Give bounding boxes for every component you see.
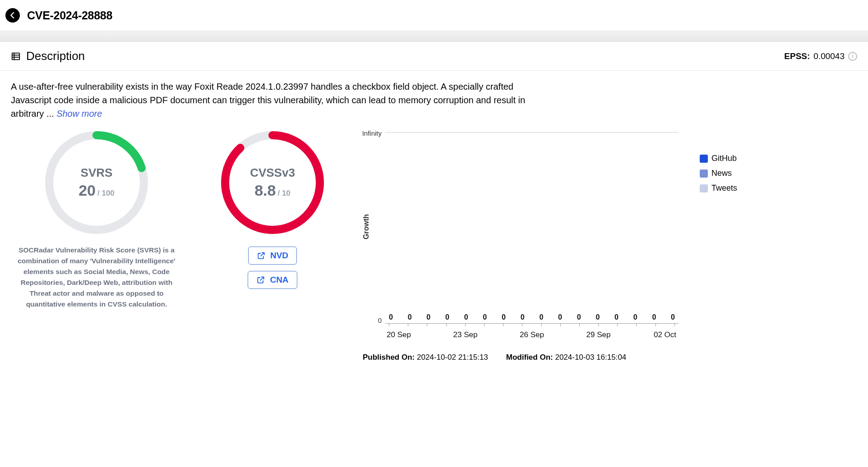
legend-item[interactable]: GitHub (700, 154, 737, 163)
bar-value-label: 0 (614, 313, 619, 321)
svrs-block: SVRS 20 / 100 SOCRadar Vulnerability Ris… (11, 128, 182, 310)
svrs-caption: SOCRadar Vulnerability Risk Score (SVRS)… (15, 245, 178, 310)
chart-legend: GitHubNewsTweets (700, 154, 737, 193)
x-axis-labels: 20 Sep23 Sep26 Sep29 Sep02 Oct (385, 328, 679, 339)
zero-bar-labels: 0000000000000000 (385, 313, 679, 321)
bar-value-label: 0 (652, 313, 656, 321)
legend-label: GitHub (711, 154, 737, 163)
bar-value-label: 0 (502, 313, 506, 321)
show-more-link[interactable]: Show more (56, 109, 102, 119)
growth-chart: Infinity 0 Growth 0000000000000000 20 Se… (363, 128, 679, 339)
legend-item[interactable]: Tweets (700, 183, 737, 193)
svrs-label: SVRS (81, 166, 113, 180)
bar-value-label: 0 (389, 313, 393, 321)
bar-value-label: 0 (408, 313, 412, 321)
info-icon[interactable]: i (848, 52, 857, 61)
legend-swatch (700, 155, 708, 163)
metrics-row: SVRS 20 / 100 SOCRadar Vulnerability Ris… (0, 124, 868, 362)
description-header: Description EPSS: 0.00043 i (0, 42, 868, 71)
cna-label: CNA (270, 275, 288, 285)
nvd-link[interactable]: NVD (248, 247, 297, 265)
bar-value-label: 0 (633, 313, 637, 321)
x-tick-label: 02 Oct (651, 330, 679, 339)
bar-value-label: 0 (426, 313, 430, 321)
bar-value-label: 0 (464, 313, 468, 321)
y-axis-label: Growth (362, 214, 370, 239)
epss-value: 0.00043 (813, 51, 845, 61)
legend-label: News (711, 169, 732, 178)
x-axis (385, 323, 679, 328)
published-label: Published On: (363, 353, 415, 362)
bar-value-label: 0 (671, 313, 675, 321)
back-button[interactable] (5, 8, 20, 23)
x-tick-label: 26 Sep (518, 330, 545, 339)
y-tick-top: Infinity (362, 129, 382, 137)
legend-swatch (700, 169, 708, 178)
svrs-gauge: SVRS 20 / 100 (42, 128, 151, 237)
epss-score: EPSS: 0.00043 i (784, 51, 857, 61)
legend-item[interactable]: News (700, 169, 737, 178)
x-tick-label: 23 Sep (452, 330, 479, 339)
x-tick-label: 20 Sep (385, 330, 412, 339)
arrow-left-icon (9, 11, 17, 19)
legend-swatch (700, 184, 708, 192)
timestamps-row: Published On: 2024-10-02 21:15:13 Modifi… (363, 353, 679, 362)
divider-strip (0, 31, 868, 42)
bar-value-label: 0 (521, 313, 525, 321)
bar-value-label: 0 (445, 313, 449, 321)
epss-label: EPSS: (784, 51, 810, 61)
growth-chart-wrap: Infinity 0 Growth 0000000000000000 20 Se… (363, 128, 679, 362)
cvss-value: 8.8 (254, 182, 276, 199)
description-title: Description (26, 49, 85, 63)
cvss-label: CVSSv3 (250, 166, 295, 180)
y-tick-bot: 0 (378, 316, 382, 324)
x-tick-label: 29 Sep (585, 330, 612, 339)
bar-value-label: 0 (577, 313, 581, 321)
bar-value-label: 0 (483, 313, 487, 321)
svrs-max: / 100 (97, 189, 115, 198)
cvss-block: CVSSv3 8.8 / 10 NVD CNA (200, 128, 345, 289)
modified-label: Modified On: (506, 353, 553, 362)
external-link-icon (257, 251, 266, 260)
published-value: 2024-10-02 21:15:13 (417, 353, 488, 362)
description-body: A use-after-free vulnerability exists in… (0, 71, 559, 124)
bar-value-label: 0 (539, 313, 543, 321)
svg-rect-0 (12, 53, 20, 60)
bar-value-label: 0 (596, 313, 600, 321)
page-header: CVE-2024-28888 (0, 0, 868, 31)
legend-label: Tweets (711, 183, 737, 193)
list-icon (11, 51, 21, 61)
cvss-max: / 10 (277, 189, 290, 198)
nvd-label: NVD (270, 251, 288, 261)
cve-id-title: CVE-2024-28888 (27, 9, 112, 22)
modified-value: 2024-10-03 16:15:04 (555, 353, 626, 362)
bar-value-label: 0 (558, 313, 562, 321)
cna-link[interactable]: CNA (248, 271, 297, 289)
svrs-value: 20 (78, 182, 96, 199)
external-link-icon (256, 275, 265, 284)
cvss-gauge: CVSSv3 8.8 / 10 (218, 128, 327, 237)
